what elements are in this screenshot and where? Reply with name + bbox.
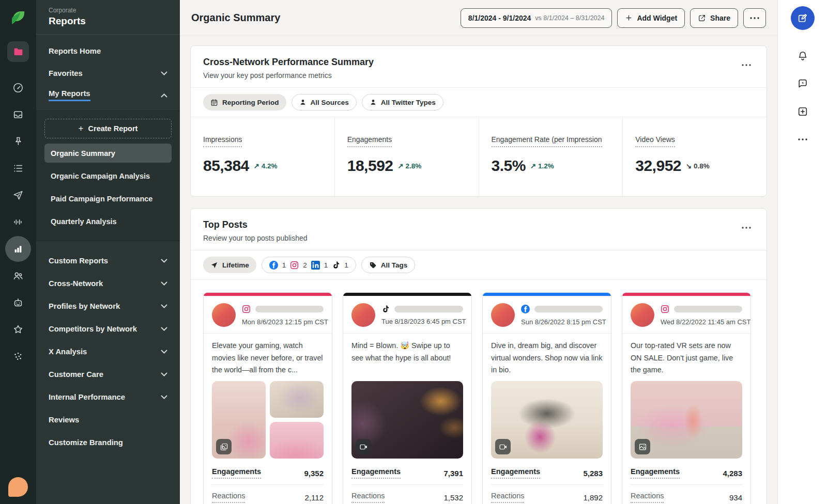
bar-chart-icon[interactable] xyxy=(5,236,31,262)
page-header: Organic Summary 8/1/2024 - 9/1/2024 vs 8… xyxy=(180,0,777,36)
stat-label[interactable]: Engagements xyxy=(351,467,401,479)
widget-title: Top Posts xyxy=(203,219,308,230)
paper-plane-icon xyxy=(210,261,218,269)
my-reports-list: Organic SummaryOrganic Campaign Analysis… xyxy=(44,144,172,231)
stat-label[interactable]: Engagements xyxy=(491,467,540,479)
tiktok-icon xyxy=(332,261,340,269)
summary-filter-row: Reporting Period All Sources All Twitter… xyxy=(191,87,767,117)
sidebar-item-organic-summary[interactable]: Organic Summary xyxy=(44,144,172,163)
content-scroll-area[interactable]: Cross-Network Performance Summary View y… xyxy=(180,36,777,504)
stat-label[interactable]: Engagements xyxy=(631,467,680,479)
lifetime-filter[interactable]: Lifetime xyxy=(203,257,256,273)
all-tags-filter[interactable]: All Tags xyxy=(361,257,416,273)
gauge-icon[interactable] xyxy=(5,74,32,101)
post-card[interactable]: Tue 8/18/2023 6:45 pm CST Mind = Blown. … xyxy=(343,292,472,504)
metric-card: Engagement Rate (per Impression 3.5% ↗ 1… xyxy=(479,117,623,196)
right-rail-more-icon[interactable] xyxy=(791,128,814,151)
sprout-logo-icon[interactable] xyxy=(9,8,27,27)
reporting-period-filter[interactable]: Reporting Period xyxy=(203,94,286,111)
post-caption: Elevate your gaming, watch movies like n… xyxy=(212,340,324,376)
post-media[interactable] xyxy=(351,381,463,459)
widget-title: Cross-Network Performance Summary xyxy=(203,57,374,68)
facebook-count: 1 xyxy=(282,261,286,269)
facebook-icon xyxy=(521,305,530,313)
metric-value: 85,384 xyxy=(203,157,249,175)
sidebar-item-customize-branding[interactable]: Customize Branding xyxy=(36,431,180,454)
metric-label[interactable]: Impressions xyxy=(203,135,242,147)
widget-more-button[interactable] xyxy=(739,219,754,233)
stat-label[interactable]: Reactions xyxy=(631,492,664,503)
inbox-icon[interactable] xyxy=(5,101,32,128)
reports-folder-icon[interactable] xyxy=(7,41,29,62)
post-card[interactable]: Wed 8/22/2022 11:45 am CST Our top-rated… xyxy=(622,292,751,504)
sidebar-item-my-reports[interactable]: My Reports xyxy=(36,84,180,106)
chevron-down-icon xyxy=(161,327,167,331)
reports-sidebar: Corporate Reports Reports Home Favorites… xyxy=(36,0,180,504)
post-media[interactable] xyxy=(631,381,742,459)
person-icon xyxy=(370,99,377,106)
task-list-icon[interactable] xyxy=(5,155,32,182)
network-count-filter[interactable]: 1211 xyxy=(262,257,356,273)
chevron-down-icon xyxy=(161,350,167,354)
post-media[interactable] xyxy=(491,381,603,459)
sidebar-item-internal-performance[interactable]: Internal Performance xyxy=(36,386,180,408)
page-title: Organic Summary xyxy=(191,12,280,24)
paper-plane-icon[interactable] xyxy=(5,182,32,209)
header-more-button[interactable] xyxy=(743,8,766,28)
instagram-icon xyxy=(242,305,251,313)
sidebar-item-customer-care[interactable]: Customer Care xyxy=(36,363,180,386)
stat-row-reactions: Reactions1,532 xyxy=(351,485,463,504)
date-range-button[interactable]: 8/1/2024 - 9/1/2024 vs 8/1/2024 – 8/31/2… xyxy=(461,8,612,28)
sidebar-item-x-analysis[interactable]: X Analysis xyxy=(36,340,180,363)
left-icon-rail xyxy=(0,0,36,504)
chevron-down-icon xyxy=(161,395,167,399)
metric-label[interactable]: Video Views xyxy=(635,135,675,147)
post-media[interactable] xyxy=(212,381,324,459)
sidebar-item-cross-network[interactable]: Cross-Network xyxy=(36,272,180,295)
sidebar-item-favorites[interactable]: Favorites xyxy=(36,62,180,84)
stat-label[interactable]: Reactions xyxy=(351,492,385,503)
stat-label[interactable]: Engagements xyxy=(212,467,261,479)
all-twitter-types-filter[interactable]: All Twitter Types xyxy=(362,94,443,111)
sidebar-item-reports-home[interactable]: Reports Home xyxy=(36,40,180,62)
calendar-icon xyxy=(210,99,218,106)
post-header: Wed 8/22/2022 11:45 am CST xyxy=(622,296,751,334)
sidebar-item-quarterly-analysis[interactable]: Quarterly Analysis xyxy=(44,212,172,231)
post-card[interactable]: Mon 8/6/2023 12:15 pm CST Elevate your g… xyxy=(203,292,332,504)
photo-badge-icon xyxy=(635,439,650,454)
listening-waveform-icon[interactable] xyxy=(5,209,32,235)
share-button[interactable]: Share xyxy=(690,8,738,28)
post-card[interactable]: Sun 8/26/2022 8:15 pm CST Dive in, dream… xyxy=(482,292,611,504)
instagram-icon xyxy=(290,261,299,270)
compose-button[interactable] xyxy=(791,6,815,30)
sidebar-item-organic-campaign-analysis[interactable]: Organic Campaign Analysis xyxy=(44,166,172,185)
add-square-icon[interactable] xyxy=(791,100,814,123)
user-avatar[interactable] xyxy=(8,477,28,497)
chevron-down-icon xyxy=(161,372,167,376)
pin-icon[interactable] xyxy=(5,128,32,155)
stat-label[interactable]: Reactions xyxy=(491,492,524,503)
sidebar-item-custom-reports[interactable]: Custom Reports xyxy=(36,249,180,272)
star-icon[interactable] xyxy=(5,316,32,343)
widget-more-button[interactable] xyxy=(739,57,754,71)
automation-robot-icon[interactable] xyxy=(5,289,32,316)
avatar xyxy=(212,303,236,327)
stat-label[interactable]: Reactions xyxy=(212,492,245,503)
notifications-bell-icon[interactable] xyxy=(791,44,814,67)
audience-people-icon[interactable] xyxy=(5,262,32,289)
metric-label[interactable]: Engagement Rate (per Impression xyxy=(492,135,602,147)
chat-lightning-icon[interactable] xyxy=(791,72,814,95)
sidebar-item-competitors-by-network[interactable]: Competitors by Network xyxy=(36,318,180,340)
cross-network-summary-widget: Cross-Network Performance Summary View y… xyxy=(190,45,767,197)
all-sources-filter[interactable]: All Sources xyxy=(292,94,357,111)
create-report-button[interactable]: +Create Report xyxy=(44,119,172,138)
sidebar-item-reviews[interactable]: Reviews xyxy=(36,408,180,431)
add-widget-button[interactable]: Add Widget xyxy=(617,8,685,28)
stat-value: 1,532 xyxy=(443,493,463,502)
sidebar-item-profiles-by-network[interactable]: Profiles by Network xyxy=(36,295,180,318)
sidebar-item-paid-campaign-performance[interactable]: Paid Campaign Performance xyxy=(44,189,172,208)
metric-label[interactable]: Engagements xyxy=(347,135,392,147)
integrations-dots-icon[interactable] xyxy=(5,343,32,370)
post-stats: Engagements5,283Reactions1,892Comments22… xyxy=(491,461,603,504)
top-posts-filter-row: Lifetime 1211 All Tags xyxy=(191,250,767,280)
